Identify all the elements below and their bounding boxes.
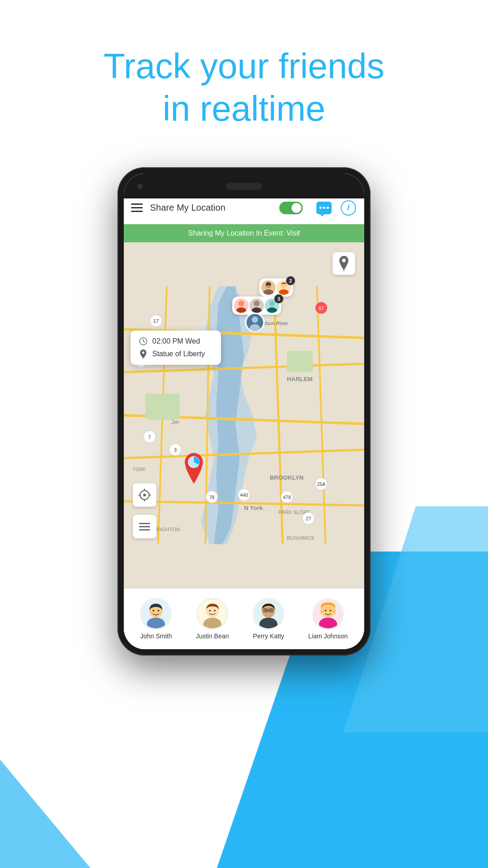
headline-text: Track your friends in realtime bbox=[0, 45, 488, 130]
info-button[interactable]: i bbox=[340, 199, 357, 217]
list-icon bbox=[138, 522, 151, 532]
svg-point-55 bbox=[254, 301, 260, 307]
speaker bbox=[226, 183, 262, 190]
friend-item-justin-bean[interactable]: Justin Bean bbox=[196, 598, 229, 640]
svg-point-81 bbox=[158, 610, 160, 612]
event-banner-text: Sharing My Location In Event: Visit bbox=[188, 229, 300, 237]
location-pin-icon bbox=[338, 256, 350, 271]
popup-location: Statue of Liberty bbox=[152, 350, 205, 358]
svg-point-61 bbox=[252, 316, 258, 323]
svg-point-66 bbox=[142, 352, 145, 354]
svg-point-85 bbox=[209, 610, 211, 612]
pin-icon bbox=[139, 349, 148, 359]
hamburger-line bbox=[131, 207, 143, 208]
friend-item-john-smith[interactable]: John Smith bbox=[140, 598, 172, 640]
svg-text:25A: 25A bbox=[317, 482, 326, 487]
svg-point-93 bbox=[265, 610, 267, 611]
map-area[interactable]: 17 95 3 7 87 25A Hudson River H bbox=[124, 242, 364, 588]
sensor bbox=[345, 184, 351, 189]
headline: Track your friends in realtime bbox=[0, 45, 488, 130]
friend-name-perry: Perry Katty bbox=[253, 632, 284, 640]
svg-text:478: 478 bbox=[283, 495, 291, 500]
friend-avatar-justin bbox=[197, 598, 228, 630]
svg-point-97 bbox=[321, 604, 334, 618]
svg-text:Jer: Jer bbox=[171, 419, 180, 425]
popup-location-row: Statue of Liberty bbox=[139, 349, 213, 359]
popup-time: 02:00 PM Wed bbox=[152, 337, 200, 345]
svg-point-43 bbox=[342, 259, 346, 262]
svg-point-86 bbox=[214, 610, 216, 612]
chat-button[interactable] bbox=[315, 199, 333, 217]
popup-time-row: 02:00 PM Wed bbox=[139, 337, 213, 346]
clock-icon bbox=[139, 337, 148, 346]
svg-text:78: 78 bbox=[209, 495, 215, 500]
svg-text:YORK: YORK bbox=[132, 467, 146, 472]
event-banner: Sharing My Location In Event: Visit bbox=[124, 224, 364, 242]
svg-point-94 bbox=[271, 610, 272, 611]
list-button[interactable] bbox=[133, 515, 156, 538]
cluster-count: 2 bbox=[286, 276, 295, 285]
locate-icon bbox=[138, 489, 151, 501]
friend-marker-top[interactable] bbox=[245, 312, 265, 334]
svg-point-58 bbox=[269, 301, 275, 307]
locate-button[interactable] bbox=[133, 483, 156, 507]
menu-button[interactable] bbox=[131, 203, 143, 212]
chat-icon bbox=[316, 202, 332, 214]
cluster-avatar-3b bbox=[249, 298, 264, 313]
svg-point-69 bbox=[143, 494, 146, 496]
phone-screen: 4:21PM Share My Location bbox=[124, 174, 364, 649]
phone-top-bar bbox=[124, 174, 364, 198]
friend-item-perry-katty[interactable]: Perry Katty bbox=[253, 598, 284, 640]
bg-shape-left bbox=[0, 687, 90, 868]
my-location-marker bbox=[180, 451, 207, 489]
location-toggle[interactable] bbox=[279, 202, 303, 214]
info-icon: i bbox=[341, 200, 356, 216]
svg-text:N York: N York bbox=[244, 505, 263, 511]
cluster-avatar-3a bbox=[234, 298, 249, 313]
svg-point-80 bbox=[153, 610, 155, 612]
friend-name-liam: Liam Johnson bbox=[308, 632, 347, 640]
cluster-avatar-1 bbox=[261, 280, 276, 295]
friends-bar: John Smith bbox=[124, 588, 364, 649]
svg-rect-23 bbox=[287, 351, 313, 373]
front-camera bbox=[137, 184, 143, 189]
svg-point-98 bbox=[325, 610, 327, 612]
svg-text:17: 17 bbox=[153, 318, 159, 324]
friend-avatar-john bbox=[140, 598, 172, 630]
hamburger-line bbox=[131, 203, 143, 205]
svg-rect-22 bbox=[145, 394, 180, 420]
svg-line-65 bbox=[143, 341, 145, 342]
set-location-button[interactable] bbox=[333, 252, 355, 275]
toggle-knob bbox=[291, 203, 301, 213]
svg-point-52 bbox=[239, 301, 244, 307]
svg-text:27: 27 bbox=[306, 516, 311, 521]
svg-text:BUSHWICK: BUSHWICK bbox=[287, 535, 315, 541]
friend-item-liam-johnson[interactable]: Liam Johnson bbox=[308, 598, 347, 640]
cluster-bubble: 2 bbox=[259, 278, 293, 297]
map-svg: 17 95 3 7 87 25A Hudson River H bbox=[124, 242, 364, 588]
cluster-count-3: 3 bbox=[274, 294, 283, 303]
friend-avatar-perry bbox=[253, 598, 284, 630]
svg-text:BROOKLYN: BROOKLYN bbox=[270, 474, 304, 481]
chat-dots bbox=[319, 207, 329, 209]
svg-text:3: 3 bbox=[174, 447, 177, 453]
svg-text:87: 87 bbox=[319, 306, 324, 311]
event-info-popup: 02:00 PM Wed Statue of Liberty bbox=[131, 330, 221, 365]
friend-name-john: John Smith bbox=[140, 632, 172, 640]
svg-point-62 bbox=[250, 324, 260, 331]
svg-text:7: 7 bbox=[148, 434, 151, 440]
hamburger-line bbox=[131, 211, 143, 212]
header-title: Share My Location bbox=[150, 203, 272, 213]
friend-avatar-liam bbox=[312, 598, 344, 630]
svg-text:HARLEM: HARLEM bbox=[287, 376, 313, 382]
svg-point-99 bbox=[330, 610, 332, 612]
phone-frame: 4:21PM Share My Location bbox=[117, 167, 371, 656]
phone-device: 4:21PM Share My Location bbox=[117, 167, 371, 656]
friend-name-justin: Justin Bean bbox=[196, 632, 229, 640]
cluster-bubble-3: 3 bbox=[232, 297, 281, 315]
avatar-cluster-3[interactable]: 3 bbox=[232, 297, 281, 315]
avatar-cluster-2[interactable]: 2 bbox=[259, 278, 293, 297]
svg-text:440: 440 bbox=[240, 493, 248, 498]
